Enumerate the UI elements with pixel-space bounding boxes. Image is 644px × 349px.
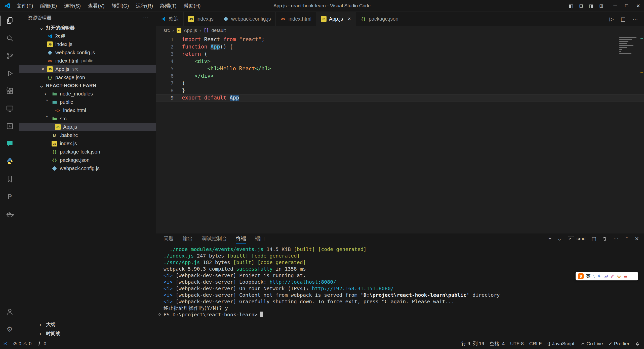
sogou-logo-icon[interactable]: S — [578, 273, 584, 279]
code-line[interactable]: 9export default App — [156, 94, 644, 102]
activity-python[interactable] — [0, 153, 19, 170]
code-line[interactable]: 8} — [156, 87, 644, 94]
activity-project-manager[interactable]: P — [0, 188, 19, 205]
activity-source-control[interactable] — [0, 47, 19, 65]
close-panel-button[interactable]: ✕ — [635, 236, 639, 242]
open-editor-package-json[interactable]: {} package.json — [19, 73, 156, 82]
code-line[interactable]: 6 </div> — [156, 72, 644, 80]
language-mode[interactable]: {} JavaScript — [544, 338, 577, 349]
menu-help[interactable]: 帮助(H) — [180, 0, 204, 12]
timeline-section[interactable]: › 时间线 — [19, 329, 156, 338]
code-line[interactable]: 7) — [156, 80, 644, 87]
activity-docker[interactable] — [0, 205, 19, 223]
tree-file-babelrc[interactable]: B .babelrc — [19, 131, 156, 139]
problems-indicator[interactable]: ⊘ 0 ⚠ 0 — [10, 338, 34, 349]
tab-app-js[interactable]: JS App.js ✕ — [316, 12, 356, 26]
skin-icon[interactable] — [617, 274, 621, 278]
toggle-sidebar-icon[interactable]: ◧ — [566, 3, 576, 9]
account-button[interactable] — [0, 303, 19, 320]
handwriting-icon[interactable] — [610, 274, 615, 278]
prettier-status[interactable]: ✓ Prettier — [606, 338, 632, 349]
indentation-setting[interactable]: 空格: 4 — [487, 338, 507, 349]
split-editor-button[interactable]: ◫ — [621, 16, 626, 22]
tab-webpack-config[interactable]: webpack.config.js — [218, 12, 276, 26]
panel-tab-output[interactable]: 输出 — [183, 233, 193, 244]
settings-gear-button[interactable]: ⚙ — [0, 320, 19, 338]
open-editor-webpack-config[interactable]: webpack.config.js — [19, 48, 156, 57]
menu-file[interactable]: 文件(F) — [13, 0, 37, 12]
tree-file-index-html[interactable]: <> index.html — [19, 106, 156, 115]
menu-selection[interactable]: 选择(S) — [60, 0, 84, 12]
code-line[interactable]: 3return ( — [156, 51, 644, 58]
tab-index-js[interactable]: JS index.js — [184, 12, 218, 26]
toggle-secondary-sidebar-icon[interactable]: ◨ — [586, 3, 596, 9]
activity-run-debug[interactable] — [0, 65, 19, 82]
activity-explorer[interactable] — [0, 12, 19, 29]
panel-tab-debug-console[interactable]: 调试控制台 — [202, 233, 227, 244]
close-tab-icon[interactable]: ✕ — [347, 16, 351, 22]
toolbox-icon[interactable] — [623, 274, 628, 278]
maximize-panel-button[interactable]: ⌃ — [624, 236, 629, 242]
encoding-setting[interactable]: UTF-8 — [507, 338, 527, 349]
more-editor-actions-button[interactable]: ⋯ — [633, 16, 638, 22]
tree-file-package-json[interactable]: {} package.json — [19, 156, 156, 164]
go-live-button[interactable]: Go Live — [577, 338, 606, 349]
open-editor-welcome[interactable]: 欢迎 — [19, 32, 156, 40]
tree-folder-src[interactable]: › src — [19, 115, 156, 123]
activity-search[interactable] — [0, 29, 19, 47]
menu-edit[interactable]: 编辑(E) — [37, 0, 61, 12]
terminal-output[interactable]: ./node_modules/events/events.js 14.5 KiB… — [156, 244, 644, 338]
menu-view[interactable]: 查看(V) — [84, 0, 108, 12]
minimize-button[interactable]: ─ — [609, 0, 621, 12]
toggle-panel-icon[interactable]: ⊟ — [576, 3, 586, 9]
ime-toolbar[interactable]: S 英 ’, — [576, 272, 638, 280]
close-editor-icon[interactable]: ✕ — [38, 67, 47, 72]
menu-terminal[interactable]: 终端(T) — [156, 0, 180, 12]
activity-live-server[interactable] — [0, 117, 19, 135]
code-editor[interactable]: 1import React from "react";2function App… — [156, 34, 644, 233]
panel-tab-ports[interactable]: 端口 — [255, 233, 265, 244]
close-window-button[interactable]: ✕ — [632, 0, 644, 12]
mic-icon[interactable] — [597, 274, 601, 278]
keyboard-icon[interactable] — [603, 274, 608, 278]
cursor-position[interactable]: 行 9, 列 19 — [459, 338, 487, 349]
code-line[interactable]: 1import React from "react"; — [156, 36, 644, 43]
open-editor-index-js[interactable]: JS index.js — [19, 40, 156, 48]
customize-layout-icon[interactable]: ⊞ — [596, 3, 606, 9]
new-terminal-button[interactable]: + — [548, 236, 551, 242]
open-editors-header[interactable]: ⌄ 打开的编辑器 — [19, 24, 156, 32]
code-line[interactable]: 4 <div> — [156, 58, 644, 65]
tab-package-json[interactable]: {} package.json — [356, 12, 403, 26]
tree-file-index-js[interactable]: JS index.js — [19, 139, 156, 148]
tab-welcome[interactable]: 欢迎 — [156, 12, 184, 26]
activity-remote-explorer[interactable] — [0, 100, 19, 117]
open-editor-app-js[interactable]: ✕ JS App.js src — [19, 65, 156, 73]
split-terminal-button[interactable]: ◫ — [592, 236, 596, 242]
kill-terminal-button[interactable] — [602, 236, 607, 241]
tab-index-html[interactable]: <> index.html — [276, 12, 316, 26]
panel-tab-problems[interactable]: 问题 — [164, 233, 174, 244]
tree-file-webpack-config[interactable]: webpack.config.js — [19, 164, 156, 173]
menu-go[interactable]: 转到(G) — [108, 0, 133, 12]
punctuation-icon[interactable]: ’, — [593, 274, 595, 278]
notifications-bell-button[interactable] — [632, 338, 642, 349]
tree-folder-node-modules[interactable]: › node_modules — [19, 90, 156, 98]
project-root-header[interactable]: ⌄ REACT-HOOK-LEARN — [19, 82, 156, 90]
activity-chat[interactable] — [0, 135, 19, 153]
activity-extensions[interactable] — [0, 82, 19, 100]
outline-section[interactable]: › 大纲 — [19, 320, 156, 329]
ime-mode-indicator[interactable]: 英 — [586, 273, 590, 279]
breadcrumb-file[interactable]: App.js — [184, 28, 197, 33]
eol-setting[interactable]: CRLF — [527, 338, 545, 349]
tree-file-package-lock[interactable]: {} package-lock.json — [19, 148, 156, 156]
breadcrumb-folder[interactable]: src — [164, 28, 170, 33]
terminal-profile-dropdown-icon[interactable]: ⌄ — [557, 236, 562, 242]
code-line[interactable]: 5 <h1>Hello React</h1> — [156, 65, 644, 72]
minimap[interactable] — [619, 36, 638, 54]
panel-tab-terminal[interactable]: 终端 — [236, 233, 246, 244]
breadcrumb-symbol[interactable]: default — [211, 28, 226, 33]
code-line[interactable]: 2function App() { — [156, 43, 644, 51]
open-editor-index-html[interactable]: <> index.html public — [19, 57, 156, 65]
activity-bookmarks[interactable] — [0, 170, 19, 188]
more-panel-actions-button[interactable]: ⋯ — [613, 236, 618, 242]
